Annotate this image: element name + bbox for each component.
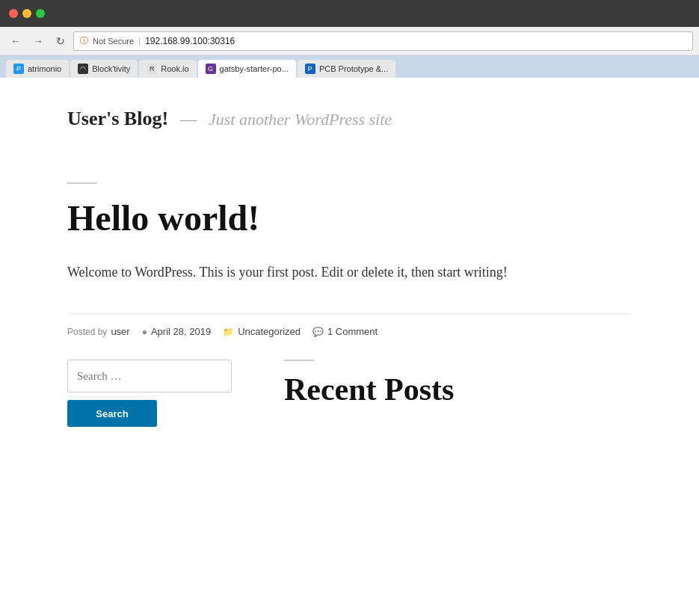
tab-favicon-rook: R — [147, 64, 157, 74]
window-controls — [9, 9, 45, 18]
tab-favicon-pcb: P — [305, 64, 315, 74]
tab-favicon-patrimonio: P — [13, 64, 24, 74]
url-text: 192.168.99.100:30316 — [145, 36, 235, 46]
comments-value: 1 Comment — [327, 326, 378, 337]
recent-posts-widget: Recent Posts — [284, 360, 632, 427]
post-meta: Posted by user ● April 28, 2019 📁 Uncate… — [67, 313, 632, 337]
tab-label-blocktivity: Block'tivity — [92, 64, 130, 73]
search-widget: Search — [67, 360, 239, 427]
refresh-button[interactable]: ↻ — [51, 31, 70, 51]
site-header: User's Blog! — Just another WordPress si… — [0, 78, 699, 153]
widgets-area: Search Recent Posts — [0, 337, 699, 457]
date-value: April 28, 2019 — [151, 326, 211, 337]
close-dot[interactable] — [9, 9, 18, 18]
tab-favicon-gatsby: G — [206, 64, 216, 74]
recent-posts-title: Recent Posts — [284, 372, 632, 407]
browser-chrome — [0, 0, 699, 27]
site-tagline: Just another WordPress site — [209, 110, 392, 129]
author-value: user — [111, 326, 129, 337]
folder-icon: 📁 — [223, 327, 234, 337]
post-title: Hello world! — [67, 199, 632, 238]
meta-date: ● April 28, 2019 — [142, 326, 211, 337]
search-box[interactable] — [67, 360, 232, 392]
post-divider — [67, 182, 97, 184]
meta-author: Posted by user — [67, 326, 130, 337]
main-area: Hello world! Welcome to WordPress. This … — [0, 182, 699, 337]
recent-posts-divider — [284, 360, 314, 361]
separator: | — [138, 36, 141, 46]
not-secure-label: Not Secure — [93, 37, 134, 46]
security-icon: ⓘ — [80, 35, 88, 46]
tab-blocktivity[interactable]: ◠ Block'tivity — [70, 60, 138, 78]
meta-category: 📁 Uncategorized — [223, 326, 301, 337]
tab-label-rook: Rook.io — [161, 64, 188, 73]
tab-label-gatsby: gatsby-starter-po... — [220, 64, 289, 73]
tabs-bar: P atrimonio ◠ Block'tivity R Rook.io G g… — [0, 55, 699, 78]
tab-patrimonio[interactable]: P atrimonio — [6, 60, 69, 78]
minimize-dot[interactable] — [22, 9, 31, 18]
search-input[interactable] — [77, 370, 222, 383]
tab-pcb[interactable]: P PCB Prototype &... — [298, 60, 395, 78]
author-label: Posted by — [67, 327, 107, 337]
clock-icon: ● — [142, 327, 147, 337]
tab-label-patrimonio: atrimonio — [28, 64, 61, 73]
tab-label-pcb: PCB Prototype &... — [319, 64, 388, 73]
tab-gatsby[interactable]: G gatsby-starter-po... — [198, 60, 296, 78]
back-button[interactable]: ← — [6, 31, 25, 51]
post-content: Welcome to WordPress. This is your first… — [67, 261, 632, 284]
category-value: Uncategorized — [238, 326, 301, 337]
address-bar[interactable]: ⓘ Not Secure | 192.168.99.100:30316 — [73, 31, 693, 51]
site-title: User's Blog! — [67, 108, 168, 129]
site-tagline-separator: — — [180, 110, 197, 129]
tab-favicon-blocktivity: ◠ — [78, 64, 88, 74]
forward-button[interactable]: → — [28, 31, 48, 51]
page-content: User's Blog! — Just another WordPress si… — [0, 78, 699, 616]
meta-comments: 💬 1 Comment — [312, 326, 378, 337]
comment-icon: 💬 — [312, 327, 324, 337]
maximize-dot[interactable] — [36, 9, 45, 18]
tab-rook[interactable]: R Rook.io — [139, 60, 196, 78]
search-button[interactable]: Search — [67, 400, 157, 427]
nav-bar: ← → ↻ ⓘ Not Secure | 192.168.99.100:3031… — [0, 27, 699, 55]
